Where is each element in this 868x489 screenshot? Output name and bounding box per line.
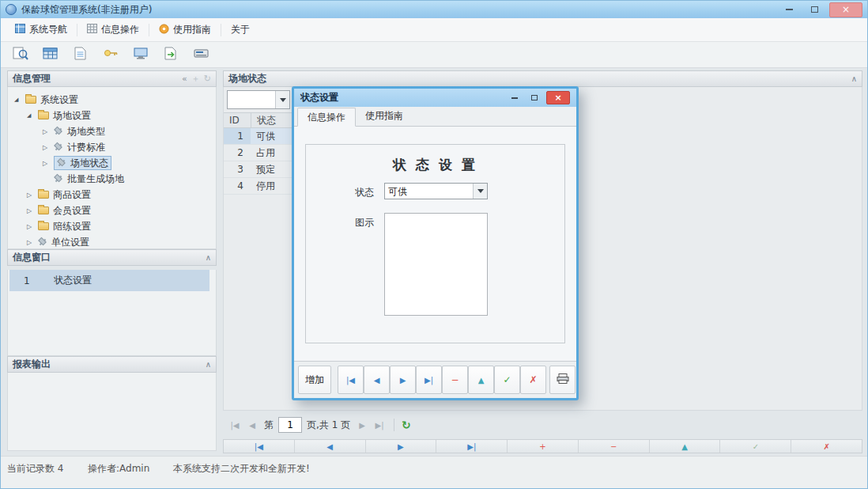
expander-icon[interactable]: ▷ bbox=[43, 160, 54, 167]
toolbar-key-button[interactable] bbox=[99, 44, 123, 66]
toolbar-card-reader-button[interactable] bbox=[189, 44, 213, 66]
nav-prev-button[interactable]: ◀ bbox=[295, 440, 366, 453]
icon-field-label: 图示 bbox=[355, 216, 374, 229]
nav-cancel-button[interactable]: ✗ bbox=[791, 440, 862, 453]
cell-id: 2 bbox=[224, 147, 251, 158]
page-prefix-label: 第 bbox=[264, 419, 274, 432]
add-node-icon[interactable]: ＋ bbox=[191, 74, 200, 83]
confirm-button[interactable]: ✓ bbox=[494, 366, 520, 394]
prev-record-button[interactable]: ◀ bbox=[364, 366, 390, 394]
main-header: 场地状态 ∧ bbox=[223, 70, 862, 87]
toolbar-export-button[interactable] bbox=[159, 44, 183, 66]
toolbar bbox=[1, 42, 867, 68]
page-last-button[interactable]: ▶| bbox=[372, 417, 387, 433]
tree-item-system-settings[interactable]: ◢ 系统设置 bbox=[8, 92, 216, 108]
edit-record-button[interactable]: ▲ bbox=[468, 366, 494, 394]
page-next-button[interactable]: ▶ bbox=[355, 417, 369, 433]
info-panel-header[interactable]: 信息管理 « ＋ ↻ bbox=[7, 70, 217, 87]
chevron-up-icon[interactable]: ∧ bbox=[851, 74, 857, 83]
cancel-button[interactable]: ✗ bbox=[520, 366, 546, 394]
page-first-button[interactable]: |◀ bbox=[228, 417, 242, 433]
tool-icon bbox=[57, 158, 66, 169]
tree-item-label: 场地类型 bbox=[67, 125, 105, 138]
chevron-up-icon[interactable]: ∧ bbox=[206, 253, 211, 262]
nav-edit-button[interactable]: ▲ bbox=[650, 440, 721, 453]
toolbar-monitor-button[interactable] bbox=[129, 44, 153, 66]
delete-record-button[interactable]: − bbox=[442, 366, 468, 394]
tree-item-member-settings[interactable]: ▷ 会员设置 bbox=[8, 203, 216, 218]
status-dropdown-value: 可供 bbox=[385, 184, 473, 199]
first-record-button[interactable]: |◀ bbox=[338, 366, 364, 394]
next-record-button[interactable]: ▶ bbox=[390, 366, 416, 394]
dropdown-button[interactable] bbox=[473, 184, 487, 199]
menu-item-guide[interactable]: 使用指南 bbox=[151, 20, 219, 40]
nav-confirm-button[interactable]: ✓ bbox=[720, 440, 791, 453]
nav-delete-button[interactable]: − bbox=[579, 440, 650, 453]
sidebar: 信息管理 « ＋ ↻ ◢ 系统设置 ◢ 场地设置 ▷ 场地类型 bbox=[7, 70, 217, 447]
folder-icon bbox=[38, 207, 49, 214]
folder-icon bbox=[38, 112, 49, 119]
refresh-tree-icon[interactable]: ↻ bbox=[204, 74, 211, 83]
expander-icon[interactable]: ▷ bbox=[27, 207, 38, 214]
expander-icon[interactable]: ▷ bbox=[43, 128, 54, 135]
status-dropdown[interactable]: 可供 bbox=[384, 183, 488, 199]
menu-item-label: 关于 bbox=[231, 23, 250, 36]
page-number-input[interactable] bbox=[278, 417, 302, 433]
expander-icon[interactable]: ◢ bbox=[14, 97, 25, 103]
minimize-button[interactable] bbox=[779, 2, 799, 17]
window-panel-header[interactable]: 信息窗口 ∧ bbox=[7, 249, 217, 266]
menu-item-system-nav[interactable]: 系统导航 bbox=[7, 20, 75, 40]
tree-item-venue-type[interactable]: ▷ 场地类型 bbox=[8, 123, 216, 139]
nav-insert-button[interactable]: + bbox=[508, 440, 579, 453]
nav-next-button[interactable]: ▶ bbox=[366, 440, 437, 453]
toolbar-search-button[interactable] bbox=[9, 44, 32, 66]
menu-item-info-ops[interactable]: 信息操作 bbox=[79, 20, 147, 40]
menu-item-about[interactable]: 关于 bbox=[223, 20, 258, 40]
dialog-maximize-button[interactable] bbox=[526, 92, 542, 104]
refresh-icon[interactable]: ↻ bbox=[402, 419, 411, 431]
tree-item-venue-status[interactable]: ▷ 场地状态 bbox=[8, 155, 216, 171]
toolbar-document-button[interactable] bbox=[69, 44, 92, 66]
nav-first-button[interactable]: |◀ bbox=[224, 440, 295, 453]
tree-item-product-settings[interactable]: ▷ 商品设置 bbox=[8, 187, 216, 203]
main-header-title: 场地状态 bbox=[228, 72, 266, 85]
tree-item-unit-settings[interactable]: ▷ 单位设置 bbox=[8, 234, 216, 249]
menu-separator bbox=[221, 24, 221, 36]
dialog-title: 状态设置 bbox=[300, 91, 338, 104]
pagination-bar: |◀ ◀ 第 页,共 1 页 ▶ ▶| ↻ bbox=[223, 411, 862, 439]
dialog-minimize-button[interactable] bbox=[507, 92, 523, 104]
dialog-close-button[interactable]: × bbox=[546, 91, 570, 104]
report-panel-header[interactable]: 报表输出 ∧ bbox=[7, 356, 217, 373]
expander-icon[interactable]: ▷ bbox=[27, 191, 38, 199]
status-image-box[interactable] bbox=[384, 213, 488, 316]
chevron-up-icon[interactable]: ∧ bbox=[206, 360, 211, 369]
dialog-tab-bar: 信息操作 使用指南 bbox=[294, 107, 576, 127]
page-prev-button[interactable]: ◀ bbox=[245, 417, 259, 433]
maximize-button[interactable] bbox=[804, 2, 825, 17]
window-list-item[interactable]: 1 状态设置 bbox=[9, 270, 209, 291]
last-record-button[interactable]: ▶| bbox=[416, 366, 442, 394]
tab-guide[interactable]: 使用指南 bbox=[356, 107, 413, 126]
window-item-index: 1 bbox=[9, 275, 40, 286]
tree-item-venue-settings[interactable]: ◢ 场地设置 bbox=[8, 108, 216, 123]
dropdown-button[interactable] bbox=[275, 91, 289, 108]
toolbar-table-button[interactable] bbox=[39, 44, 62, 66]
tree-item-billing-standard[interactable]: ▷ 计费标准 bbox=[8, 139, 216, 155]
close-button[interactable]: × bbox=[829, 2, 862, 17]
expander-icon[interactable]: ◢ bbox=[27, 112, 38, 119]
collapse-panel-icon[interactable]: « bbox=[182, 74, 187, 83]
expander-icon[interactable]: ▷ bbox=[43, 144, 54, 151]
tree-item-batch-generate[interactable]: 批量生成场地 bbox=[8, 171, 216, 187]
tree-item-trainer-settings[interactable]: ▷ 陪练设置 bbox=[8, 218, 216, 234]
tree-item-label: 计费标准 bbox=[67, 141, 105, 154]
tab-info-ops[interactable]: 信息操作 bbox=[297, 108, 356, 127]
menu-item-label: 系统导航 bbox=[29, 23, 67, 36]
expander-icon[interactable]: ▷ bbox=[27, 239, 38, 246]
expander-icon[interactable]: ▷ bbox=[27, 223, 38, 230]
titlebar: 保龄球馆管理系统(非注册用户) × bbox=[1, 1, 867, 18]
add-button[interactable]: 增加 bbox=[298, 366, 331, 394]
filter-dropdown[interactable] bbox=[227, 90, 290, 109]
print-button[interactable] bbox=[549, 366, 576, 394]
nav-last-button[interactable]: ▶| bbox=[436, 440, 508, 453]
menu-item-label: 信息操作 bbox=[101, 23, 139, 36]
